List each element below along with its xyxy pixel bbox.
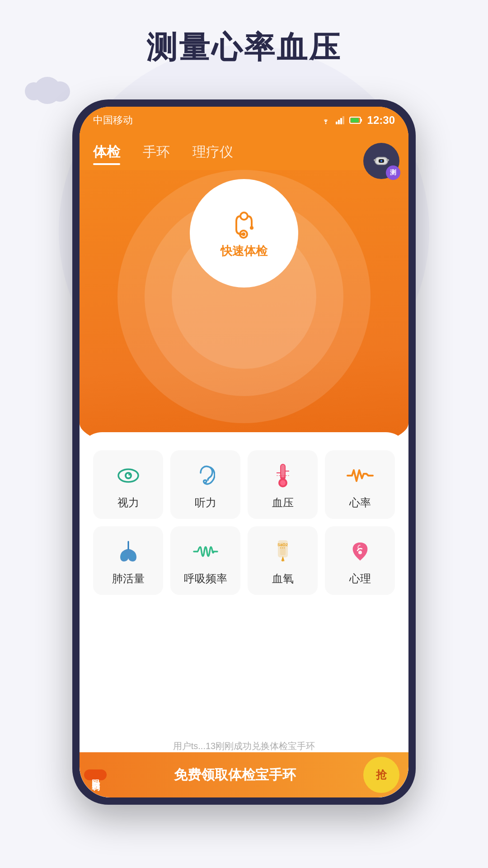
mental-label: 心理 bbox=[349, 571, 371, 586]
svg-rect-1 bbox=[336, 122, 338, 124]
svg-point-15 bbox=[242, 232, 245, 236]
quick-exam-button[interactable]: 快速体检 bbox=[190, 179, 298, 288]
tab-band[interactable]: 手环 bbox=[143, 143, 170, 161]
svg-point-28 bbox=[121, 552, 127, 560]
svg-point-29 bbox=[130, 552, 136, 560]
page-title: 测量心率血压 bbox=[0, 27, 488, 68]
content-area: 视力 听力 bbox=[80, 432, 408, 797]
svg-rect-10 bbox=[374, 159, 376, 161]
cloud-decoration bbox=[25, 77, 75, 104]
svg-rect-7 bbox=[351, 118, 359, 123]
phone-screen: 中国移动 bbox=[80, 107, 408, 797]
phone-frame: 中国移动 bbox=[72, 99, 416, 805]
heartrate-label: 心率 bbox=[349, 495, 371, 510]
svg-rect-2 bbox=[338, 120, 340, 124]
hero-area: 中国移动 bbox=[80, 107, 408, 459]
bp-label: 血压 bbox=[272, 495, 294, 510]
banner-badge: 限时福利 bbox=[84, 769, 107, 780]
notification-text: 用户ts...13刚刚成功兑换体检宝手环 bbox=[173, 741, 315, 751]
health-item-spo2[interactable]: SaO2 血氧 bbox=[248, 526, 318, 595]
spo2-icon: SaO2 bbox=[274, 539, 292, 564]
tab-therapy[interactable]: 理疗仪 bbox=[192, 143, 233, 161]
grab-button[interactable]: 抢 bbox=[363, 757, 399, 793]
bp-icon bbox=[275, 463, 291, 488]
status-time: 12:30 bbox=[367, 114, 395, 127]
hearing-label: 听力 bbox=[195, 495, 216, 510]
breath-label: 呼吸频率 bbox=[184, 571, 227, 586]
wristband-button[interactable]: 测 bbox=[363, 143, 399, 179]
spo2-label: 血氧 bbox=[272, 571, 294, 586]
carrier-text: 中国移动 bbox=[93, 113, 133, 127]
svg-text:SaO2: SaO2 bbox=[277, 542, 288, 547]
battery-icon bbox=[349, 116, 363, 124]
health-item-breath[interactable]: 呼吸频率 bbox=[170, 526, 240, 595]
svg-rect-3 bbox=[340, 118, 342, 124]
health-item-lung[interactable]: 肺活量 bbox=[93, 526, 163, 595]
ear-icon bbox=[196, 463, 215, 488]
svg-point-27 bbox=[280, 480, 286, 486]
health-grid: 视力 听力 bbox=[89, 446, 399, 599]
vision-label: 视力 bbox=[117, 495, 139, 510]
svg-point-13 bbox=[240, 212, 248, 220]
nav-tabs: 体检 手环 理疗仪 bbox=[80, 134, 408, 170]
svg-rect-4 bbox=[343, 116, 344, 124]
bottom-banner[interactable]: 限时福利 免费领取体检宝手环 抢 bbox=[80, 752, 408, 797]
tab-exam[interactable]: 体检 bbox=[93, 143, 120, 161]
svg-point-0 bbox=[325, 123, 326, 124]
heartrate-icon bbox=[347, 463, 374, 488]
lung-icon bbox=[116, 539, 141, 564]
health-item-mental[interactable]: 心理 bbox=[325, 526, 395, 595]
health-item-vision[interactable]: 视力 bbox=[93, 450, 163, 519]
mental-icon bbox=[348, 539, 372, 564]
svg-rect-6 bbox=[361, 119, 362, 122]
health-item-heartrate[interactable]: 心率 bbox=[325, 450, 395, 519]
lung-label: 肺活量 bbox=[112, 571, 145, 586]
quick-exam-label: 快速体检 bbox=[221, 243, 267, 259]
wifi-icon bbox=[320, 116, 331, 124]
svg-point-36 bbox=[282, 560, 284, 561]
health-item-hearing[interactable]: 听力 bbox=[170, 450, 240, 519]
svg-point-37 bbox=[358, 551, 362, 554]
status-bar: 中国移动 bbox=[80, 107, 408, 134]
wristband-badge: 测 bbox=[386, 165, 400, 180]
notification-bar: 用户ts...13刚刚成功兑换体检宝手环 bbox=[80, 740, 408, 752]
svg-point-20 bbox=[128, 474, 130, 476]
svg-rect-11 bbox=[386, 159, 389, 161]
stethoscope-icon bbox=[228, 208, 260, 240]
svg-point-12 bbox=[380, 160, 382, 162]
banner-main-text: 免费领取体检宝手环 bbox=[116, 766, 354, 784]
signal-icon bbox=[336, 116, 345, 124]
breath-icon bbox=[192, 539, 219, 564]
eye-icon bbox=[117, 463, 140, 488]
status-icons: 12:30 bbox=[320, 114, 395, 127]
svg-point-16 bbox=[250, 226, 253, 230]
health-item-bp[interactable]: 血压 bbox=[248, 450, 318, 519]
